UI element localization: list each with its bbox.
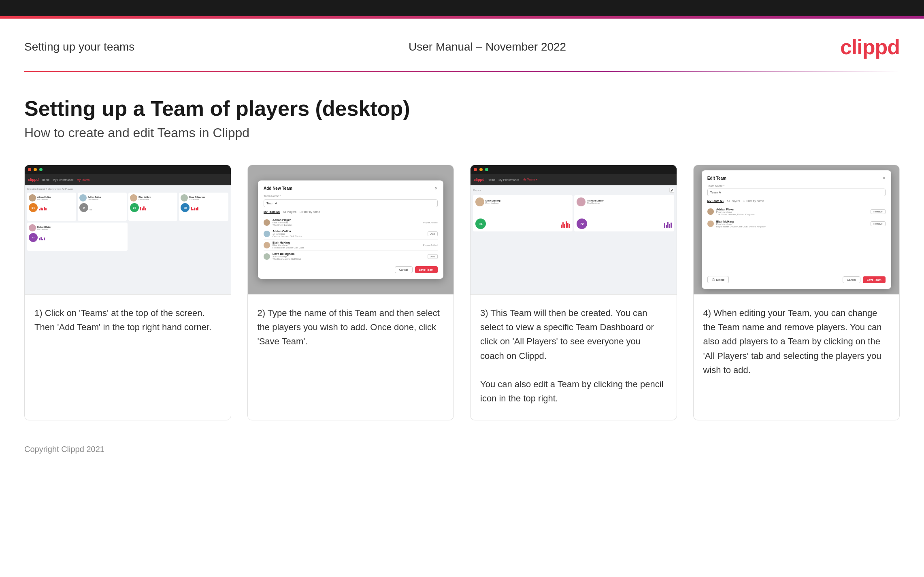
avatar-mini-5 bbox=[29, 224, 36, 231]
edit-dialog-title-bar: Edit Team ✕ bbox=[707, 176, 886, 180]
card-4-text: 4) When editing your Team, you can chang… bbox=[694, 295, 900, 420]
nav-teams: My Teams bbox=[77, 178, 90, 181]
pencil-icon[interactable] bbox=[669, 188, 674, 193]
app-screenshot-1: clippd Home My Performance My Teams Show… bbox=[25, 165, 231, 294]
player-name-3: Blair McHarg bbox=[273, 241, 421, 244]
score-1: 84 bbox=[29, 203, 38, 212]
add-player-4-button[interactable]: Add bbox=[428, 254, 438, 259]
card-1: clippd Home My Performance My Teams Show… bbox=[24, 165, 231, 420]
player-avatar-4 bbox=[264, 253, 270, 260]
player-info-1: Adrian Player Plus HandicapThe Show Lond… bbox=[273, 218, 421, 226]
bars-2 bbox=[89, 206, 92, 210]
edit-cancel-button[interactable]: Cancel bbox=[843, 276, 860, 283]
edit-player-info-1: Adrian Player Plus HandicapThe Show Lond… bbox=[716, 208, 868, 216]
player-info-2: Adrian Coliba 1 HandicapCentral London G… bbox=[273, 230, 425, 238]
bar bbox=[142, 208, 143, 210]
pname-3: Blair McHarg bbox=[138, 196, 151, 198]
delete-team-button[interactable]: Delete bbox=[707, 276, 729, 283]
edit-team-dialog: Edit Team ✕ Team Name * My Team (2) All … bbox=[702, 170, 891, 289]
dialog-tabs: My Team (2) All Players □ Filter by name bbox=[264, 210, 438, 214]
avatar-mini-3 bbox=[130, 194, 137, 202]
team-bars-2 bbox=[664, 221, 672, 228]
bar bbox=[143, 206, 145, 210]
player-card-3: Blair McHarg Plus Handicap 94 bbox=[128, 193, 177, 221]
bar bbox=[569, 224, 570, 228]
card-2-description: 2) Type the name of this Team and then s… bbox=[258, 306, 444, 349]
card-2-screenshot: Add New Team ✕ Team Name * My Team (2) A… bbox=[248, 165, 454, 295]
team-score-badge-2: 72 bbox=[577, 218, 587, 229]
edit-avatar-1 bbox=[707, 208, 714, 215]
app-topbar-3 bbox=[471, 165, 677, 174]
players-list: Adrian Player Plus HandicapThe Show Lond… bbox=[264, 217, 438, 262]
player-avatar-1 bbox=[264, 219, 270, 226]
copyright-text: Copyright Clippd 2021 bbox=[24, 445, 104, 454]
nav-players: My Performance bbox=[53, 178, 73, 181]
edit-dialog-title: Edit Team bbox=[707, 176, 726, 180]
trash-icon bbox=[712, 278, 715, 281]
pinfo-3: Plus Handicap bbox=[138, 198, 151, 200]
header-center-text: User Manual – November 2022 bbox=[409, 40, 566, 53]
pinfo-1: Plus Handicap bbox=[37, 198, 51, 200]
dialog-close-icon[interactable]: ✕ bbox=[434, 186, 438, 191]
player-club-4: 3.5 HandicapThe Dog Maging Golf Club bbox=[273, 255, 425, 260]
bar bbox=[562, 222, 564, 228]
team-name-label: Team Name * bbox=[264, 195, 438, 197]
cancel-button[interactable]: Cancel bbox=[395, 266, 413, 273]
nav-perf-3: My Performance bbox=[498, 178, 519, 181]
bar bbox=[44, 238, 45, 240]
tab-filter[interactable]: □ Filter by name bbox=[300, 210, 320, 214]
bar bbox=[191, 207, 192, 210]
add-player-2-button[interactable]: Add bbox=[428, 231, 438, 236]
player-card-4: Dave Billingham 3.5 Handicap 78 bbox=[179, 193, 228, 221]
player-info-3: Blair McHarg Plus HandicapRoyal North De… bbox=[273, 241, 421, 249]
nav-logo-3: clippd bbox=[474, 178, 485, 182]
team-label-3: Players bbox=[473, 189, 481, 191]
bar bbox=[194, 208, 195, 210]
bar bbox=[39, 209, 40, 210]
team-name-input[interactable] bbox=[264, 199, 438, 207]
pname-4: Dave Billingham bbox=[189, 196, 205, 198]
bar bbox=[42, 239, 43, 240]
bar bbox=[42, 208, 43, 210]
edit-team-name-input[interactable] bbox=[707, 189, 886, 196]
player-grid-1: Adrian Collins Plus Handicap 84 bbox=[27, 193, 228, 221]
player-avatar-3 bbox=[264, 242, 270, 248]
card-3-description: 3) This Team will then be created. You c… bbox=[480, 306, 667, 405]
card-1-text: 1) Click on 'Teams' at the top of the sc… bbox=[25, 295, 231, 420]
pinfo-2: Plus Handicap bbox=[88, 198, 101, 200]
dialog-title: Add New Team bbox=[264, 186, 292, 191]
app-content-1: Showing 6 out of 4 players from All Play… bbox=[25, 185, 231, 294]
bar bbox=[196, 208, 197, 210]
tab-my-team[interactable]: My Team (2) bbox=[264, 210, 280, 214]
edit-player-name-2: Blair McHarg bbox=[716, 220, 868, 223]
bar bbox=[197, 207, 198, 210]
remove-player-2-button[interactable]: Remove bbox=[871, 221, 885, 226]
tab-all-players[interactable]: All Players bbox=[283, 210, 296, 214]
nav-home-3: Home bbox=[488, 178, 496, 181]
edit-tab-my-team[interactable]: My Team (2) bbox=[707, 199, 724, 203]
remove-player-1-button[interactable]: Remove bbox=[871, 209, 885, 214]
edit-dialog-close-icon[interactable]: ✕ bbox=[882, 176, 886, 180]
edit-save-team-button[interactable]: Save Team bbox=[863, 276, 886, 283]
card-3: clippd Home My Performance My Teams ▾ Pl… bbox=[470, 165, 677, 420]
player-card-1: Adrian Collins Plus Handicap 84 bbox=[27, 193, 76, 221]
pname-2: Adrian Coliba bbox=[88, 196, 101, 198]
bar bbox=[666, 225, 667, 228]
logo: clippd bbox=[840, 35, 900, 59]
bar bbox=[91, 209, 92, 210]
save-team-button[interactable]: Save Team bbox=[415, 266, 438, 273]
bar bbox=[669, 224, 670, 228]
team-score-card-1: Blair McHarg Plus Handicap 94 bbox=[473, 195, 573, 231]
edit-dialog-footer: Delete Cancel Save Team bbox=[707, 273, 886, 283]
player-avatar-2 bbox=[264, 231, 270, 237]
bar bbox=[89, 209, 91, 210]
card-4: Edit Team ✕ Team Name * My Team (2) All … bbox=[693, 165, 900, 420]
player-card-5: Richard Butler Plus Handicap 72 bbox=[27, 223, 128, 251]
avatar-mini-1 bbox=[29, 194, 36, 202]
team-bars-1 bbox=[561, 221, 570, 228]
pname-5: Richard Butler bbox=[37, 226, 51, 228]
dot-yellow bbox=[34, 168, 37, 171]
edit-tab-filter[interactable]: □ Filter by name bbox=[743, 199, 764, 203]
bar bbox=[561, 225, 562, 228]
edit-tab-all-players[interactable]: All Players bbox=[727, 199, 740, 203]
